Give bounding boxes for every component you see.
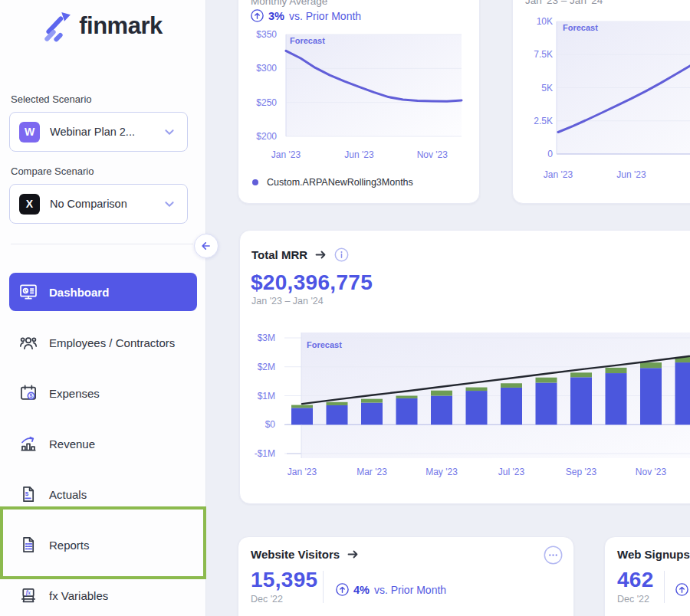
legend-dot [252,179,258,185]
monthly-average-card: Monthly Average 3% vs. Prior Month $350$… [238,0,480,204]
total-mrr-period: Jan '23 – Jan '24 [251,296,324,306]
arrow-left-icon [199,239,213,253]
sidebar-nav: Dashboard Employees / Contractors $ Expe… [9,273,197,616]
compare-scenario-dropdown[interactable]: X No Comparison [9,184,188,224]
sidebar-item-employees-contractors[interactable]: Employees / Contractors [9,323,197,362]
web-signups-value: 462 [617,568,654,592]
svg-text:2.5K: 2.5K [534,116,553,126]
svg-text:$0: $0 [265,419,276,430]
chevron-down-icon [161,123,178,140]
website-visitors-title: Website Visitors [251,548,340,561]
report-document-icon [18,535,38,555]
document-dollar-icon: $ [18,484,38,504]
svg-text:$300: $300 [256,63,277,74]
website-visitors-value: 15,395 [251,568,317,592]
card-menu-button[interactable] [544,546,563,565]
stat-divider [664,571,665,603]
compare-scenario-value: No Comparison [50,198,151,210]
chart-legend[interactable]: Custom.ARPANewRolling3Months [252,177,413,188]
svg-text:$: $ [25,490,29,497]
svg-text:Jul '23: Jul '23 [498,467,525,477]
selected-scenario-label: Selected Scenario [11,93,92,105]
svg-text:5K: 5K [541,83,553,93]
up-arrow-circle-icon [336,583,349,596]
ellipsis-circle-icon [544,546,563,565]
arrow-right-icon [347,549,360,560]
arrow-right-icon [314,249,327,260]
collapse-sidebar-button[interactable] [194,234,219,258]
signups-chart[interactable]: 10K7.5K5K2.5K0Jan '23Jun '23Forecast [513,1,690,185]
visitors-delta-text: vs. Prior Month [374,584,446,596]
total-mrr-card: Total MRR $20,396,775 Jan '23 – Jan '24 … [239,230,690,504]
sidebar-item-expenses[interactable]: $ Expenses [9,374,197,412]
people-icon [18,333,38,352]
sidebar-item-reports[interactable]: Reports [9,526,197,564]
sidebar-item-revenue[interactable]: Revenue [9,424,197,463]
calendar-dollar-icon: $ [18,383,38,403]
svg-text:0: 0 [547,149,553,159]
svg-text:$200: $200 [256,131,277,142]
svg-text:Mar '23: Mar '23 [356,467,387,477]
fx-variables-icon: fx [18,585,38,605]
web-signups-title-row[interactable]: Web Signups [617,548,690,561]
sidebar-item-label: Actuals [49,488,87,501]
svg-text:Nov '23: Nov '23 [417,149,449,160]
svg-text:Forecast: Forecast [290,36,325,45]
svg-text:May '23: May '23 [426,467,458,477]
svg-text:Nov '23: Nov '23 [636,467,667,477]
comparison-badge: X [19,194,40,215]
svg-text:$1M: $1M [258,391,275,401]
scenario-badge: W [19,122,40,143]
up-arrow-circle-icon [675,583,688,596]
web-signups-card: Web Signups 462 Dec '22 [604,536,690,616]
total-mrr-title: Total MRR [251,248,307,261]
svg-text:$350: $350 [256,29,277,40]
sidebar-item-label: Reports [49,539,90,552]
revenue-chart-icon [18,434,38,454]
sidebar-divider [11,244,193,244]
svg-text:10K: 10K [537,16,553,27]
app-logo[interactable]: finmark [0,9,205,43]
svg-text:$2M: $2M [258,362,275,372]
web-signups-period: Dec '22 [617,594,649,605]
web-signups-title: Web Signups [617,548,690,561]
visitors-delta-value: 4% [353,584,370,596]
svg-text:Forecast: Forecast [563,23,598,32]
compare-scenario-label: Compare Scenario [11,165,94,177]
website-visitors-title-row[interactable]: Website Visitors [251,548,360,561]
sidebar-item-label: Employees / Contractors [49,336,175,349]
visitors-delta: 4% vs. Prior Month [336,583,446,596]
info-icon[interactable] [334,247,349,262]
total-mrr-value: $20,396,775 [251,270,373,295]
dashboard-monitor-icon [18,282,38,302]
svg-text:Sep '23: Sep '23 [566,467,597,477]
svg-text:Jan '23: Jan '23 [544,169,573,180]
website-visitors-period: Dec '22 [251,594,283,605]
signups-trend-card: Jan '23 – Jan '24 10K7.5K5K2.5K0Jan '23J… [512,0,690,204]
sidebar-item-label: Expenses [49,387,100,400]
sidebar-item-actuals[interactable]: $ Actuals [9,475,197,513]
total-mrr-title-row[interactable]: Total MRR [251,247,349,262]
chevron-down-icon [161,195,178,212]
stat-divider [323,571,324,603]
svg-text:Jan '23: Jan '23 [271,149,301,160]
finmark-logo-icon [43,9,72,43]
svg-text:Forecast: Forecast [307,340,342,349]
mrr-chart[interactable]: $3M$2M$1M$0-$1MJan '23Mar '23May '23Jul … [240,323,690,503]
svg-text:Jun '23: Jun '23 [616,169,646,180]
sidebar-item-dashboard[interactable]: Dashboard [9,273,197,311]
sidebar-item-fx-variables[interactable]: fx fx Variables [9,576,197,614]
website-visitors-card: Website Visitors 15,395 Dec '22 4% vs. P… [238,536,574,616]
sidebar: finmark Selected Scenario W Webinar Plan… [0,0,206,616]
legend-label: Custom.ARPANewRolling3Months [267,177,413,188]
sidebar-item-label: Dashboard [49,286,109,299]
svg-text:Jan '23: Jan '23 [288,467,317,477]
sidebar-item-label: Revenue [49,437,95,451]
selected-scenario-dropdown[interactable]: W Webinar Plan 2... [9,112,188,152]
svg-text:$250: $250 [256,97,277,108]
svg-text:Jun '23: Jun '23 [344,149,374,160]
sidebar-item-label: fx Variables [49,589,108,602]
web-signups-delta [675,583,688,596]
arpa-chart[interactable]: $350$300$250$200Jan '23Jun '23Nov '23For… [238,1,479,172]
svg-text:fx: fx [26,589,31,596]
